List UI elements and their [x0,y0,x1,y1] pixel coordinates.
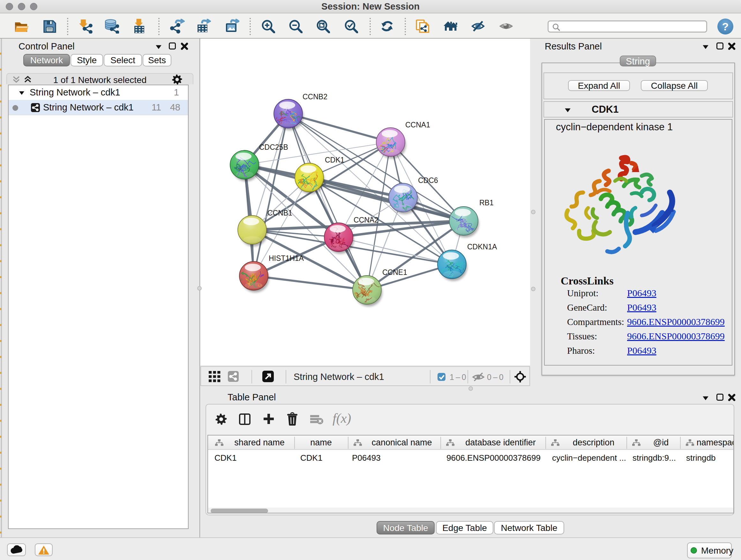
svg-text:CCNB2: CCNB2 [302,92,327,101]
svg-text:CDKN1A: CDKN1A [467,243,497,251]
svg-text:CDC25B: CDC25B [259,143,288,151]
svg-text:CCNB1: CCNB1 [267,209,292,217]
svg-text:CCNA1: CCNA1 [405,121,430,129]
svg-text:RB1: RB1 [479,199,494,207]
svg-text:CDC6: CDC6 [418,176,438,185]
svg-text:CCNA2: CCNA2 [354,216,379,224]
svg-text:CCNE1: CCNE1 [382,268,407,276]
svg-text:CDK1: CDK1 [325,156,344,164]
svg-text:HIST1H1A: HIST1H1A [269,254,304,262]
